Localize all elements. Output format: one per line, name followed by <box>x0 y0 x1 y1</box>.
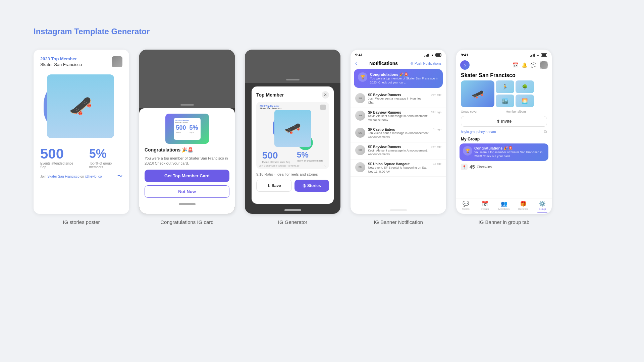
group-link[interactable]: heylo.group/heylo-team <box>461 130 496 134</box>
group-banner-text: Congratulations 🎉🚨 You were a top member… <box>474 146 545 158</box>
notif-page-title: Notifications <box>369 61 398 66</box>
gen-stat-num: 500 <box>262 150 290 161</box>
group-status-icons: ▲ <box>530 53 547 57</box>
banner-notification: 🏆 Congratulations 🎉🚨 You were a top memb… <box>354 69 443 88</box>
stories-title: 2023 Top Member Skater San Francisco <box>40 56 82 68</box>
notif-content-4: SF Union Square Hangout New event: SF St… <box>368 162 431 174</box>
ig-gen-bottom-bar <box>284 209 301 211</box>
stories-image-area: 🛹 <box>40 74 122 141</box>
stat-events: 500 Events attended since Sep <box>40 147 76 169</box>
stat-events-label: Events attended since Sep <box>40 162 76 169</box>
notif-content-1: SF Bayview Runners Kevin Ale sent a mess… <box>368 111 428 122</box>
stat-pct: 5% Top % of group members <box>89 147 122 169</box>
mini-stat-num: 500 <box>176 124 186 131</box>
mini-card-inner: 2023 Top Member Skater San Francisco 500… <box>174 118 201 140</box>
ig-gen-modal-header: Top Member ✕ <box>256 91 329 99</box>
group-album-row1: 🏃 🌳 <box>496 80 547 93</box>
ig-banner-notification-card: 9:41 ▲ ‹ <box>351 50 446 214</box>
nav-item-members[interactable]: 👥 Members <box>494 198 514 214</box>
battery-icon <box>435 53 441 57</box>
close-button[interactable]: ✕ <box>322 91 329 99</box>
card-label-banner-notif: IG Banner Notification <box>374 219 423 225</box>
ig-gen-content: Top Member ✕ 2023 Top Member Skater San … <box>245 83 340 207</box>
gen-stat-pct: 5% <box>297 150 323 160</box>
notif-avatar-0: SB <box>355 93 365 103</box>
banner-notification-icon: 🏆 <box>358 72 367 82</box>
stories-icon: ◎ <box>303 183 306 188</box>
topics-icon: 💬 <box>463 200 469 207</box>
members-icon: 👥 <box>501 200 507 207</box>
notifications-list: SB SF Bayview Runners Josh Weber sent a … <box>351 90 446 206</box>
banner-notification-text: Congratulations 🎉🚨 You were a top member… <box>370 72 439 84</box>
group-cover-label: Group cover <box>461 110 478 113</box>
member-album-photo-4: 🌅 <box>516 95 534 107</box>
notif-status-icons: ▲ <box>424 53 441 57</box>
get-card-button[interactable]: Get Top Member Card <box>145 170 229 182</box>
gen-heylo-logo: 〜 <box>324 165 326 168</box>
group-battery-icon <box>541 53 547 57</box>
group-header: S 📅 🔔 💬 <box>456 59 552 72</box>
group-status-bar: 9:41 ▲ <box>456 50 552 59</box>
notif-item: SB SF Bayview Runners Josh Weber sent a … <box>351 90 446 108</box>
group-icon: ⚙️ <box>539 200 546 207</box>
nav-item-group[interactable]: ⚙️ Group <box>533 198 552 214</box>
gen-preview-avatar <box>320 105 326 110</box>
not-now-button[interactable]: Not Now <box>145 185 229 198</box>
notif-item: SU SF Union Square Hangout New event: SF… <box>351 160 446 177</box>
settings-icon: ⚙ <box>410 62 413 65</box>
copy-icon[interactable]: ⧉ <box>544 129 547 134</box>
notif-avatar-1: SB <box>355 111 365 121</box>
group-album-row2: 🏙️ 🌅 <box>496 95 547 107</box>
wifi-icon: ▲ <box>431 53 434 57</box>
group-avatar: S <box>460 60 470 70</box>
gen-preview-title: 2023 Top Member Skater San Francisco <box>260 105 282 110</box>
notif-title-bar: ‹ Notifications ⚙ Push Notifications <box>351 59 446 69</box>
gen-stat-pct: 5% Top % of group members <box>297 150 323 163</box>
chat-icon[interactable]: 💬 <box>531 62 536 68</box>
banner-title: Congratulations 🎉🚨 <box>370 72 439 77</box>
group-nav: 💬 Topics 📅 Events 👥 Members 🎁 Benefits <box>456 198 552 214</box>
save-button[interactable]: ⬇ Save <box>256 180 292 192</box>
mini-stats-row: 500 Events 5% Top % <box>175 124 199 133</box>
gen-action-row: ⬇ Save ◎ Stories <box>256 180 329 192</box>
invite-button[interactable]: ⬆ Invite <box>461 116 547 127</box>
stories-button[interactable]: ◎ Stories <box>294 180 329 192</box>
ig-congrats-card: 2023 Top Member Skater San Francisco 500… <box>139 50 235 214</box>
group-cover-photo: 🛹 <box>461 80 494 107</box>
notif-item: SC SF Castro Eaters Jen Yueda sent a mes… <box>351 125 446 142</box>
calendar-icon[interactable]: 📅 <box>513 62 518 68</box>
notif-status-bar: 9:41 ▲ <box>351 50 446 59</box>
footer-group-link[interactable]: Skater San Francisco <box>47 175 79 178</box>
nav-item-benefits[interactable]: 🎁 Benefits <box>514 198 533 214</box>
stories-title-line1: 2023 Top Member <box>40 56 82 62</box>
user-avatar[interactable] <box>540 61 548 69</box>
card-label-generator: IG Generator <box>278 219 308 225</box>
member-album-photo-2: 🌳 <box>516 80 534 93</box>
card-wrapper-banner-notif: 9:41 ▲ ‹ <box>351 50 446 225</box>
nav-item-events[interactable]: 📅 Events <box>475 198 494 214</box>
bell-icon[interactable]: 🔔 <box>522 62 527 68</box>
card-wrapper-stories: 2023 Top Member Skater San Francisco 🛹 <box>34 50 129 225</box>
push-notif-label[interactable]: ⚙ Push Notifications <box>410 62 441 65</box>
nav-item-topics[interactable]: 💬 Topics <box>456 198 475 214</box>
card-wrapper-group-tab: 9:41 ▲ S <box>456 50 552 225</box>
notif-content-0: SF Bayview Runners Josh Weber sent a mes… <box>368 93 428 105</box>
page-title: Instagram Template Generator <box>34 27 610 36</box>
group-banner-title: Congratulations 🎉🚨 <box>474 146 545 150</box>
banner-desc: You were a top member of Skater San Fran… <box>370 77 439 84</box>
notch-bar <box>180 104 194 106</box>
congrats-title: Congratulations 🎉🚨 <box>145 147 229 153</box>
ig-gen-preview: 2023 Top Member Skater San Francisco 🛹 <box>256 102 329 169</box>
group-checkins: 📍 45 Check-ins <box>456 164 552 172</box>
stories-title-line2: Skater San Francisco <box>40 62 82 68</box>
group-wifi-icon: ▲ <box>536 53 540 57</box>
notif-back-button[interactable]: ‹ <box>355 60 357 66</box>
footer-handle[interactable]: @heylo_co <box>85 175 102 178</box>
stat-pct-number: 5% <box>89 147 122 161</box>
group-photo-labels: Group cover Member album <box>456 110 552 116</box>
benefits-icon: 🎁 <box>520 200 527 207</box>
notif-bottom-bar <box>390 209 407 211</box>
group-banner-icon: 🏆 <box>463 146 472 156</box>
my-group-label: My Group <box>456 137 552 143</box>
ratio-text: 9:16 Ratio - Ideal for reels and stories <box>256 172 329 176</box>
